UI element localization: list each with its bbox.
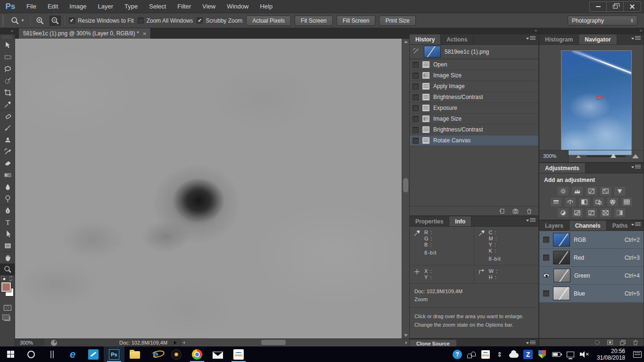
- menu-edit[interactable]: Edit: [42, 0, 64, 13]
- color-balance-icon[interactable]: [565, 197, 576, 206]
- restore-button[interactable]: [607, 2, 624, 11]
- document-canvas[interactable]: [15, 39, 402, 338]
- blue-app-taskbar-button[interactable]: [83, 346, 104, 362]
- navigator-zoom-slider[interactable]: [586, 156, 626, 157]
- navigator-thumbnail[interactable]: [561, 50, 632, 155]
- type-tool[interactable]: T: [0, 216, 15, 228]
- right-dock-collapse-icon[interactable]: »: [539, 28, 644, 34]
- menu-file[interactable]: File: [21, 0, 42, 13]
- foreground-color-swatch[interactable]: [1, 282, 11, 292]
- panel-menu-icon[interactable]: [526, 218, 536, 223]
- wind-taskbar-button[interactable]: WIND: [228, 346, 249, 362]
- healing-brush-tool[interactable]: [0, 110, 15, 122]
- hand-tool[interactable]: [0, 252, 15, 263]
- menu-help[interactable]: Help: [254, 0, 278, 13]
- brightness-contrast-icon[interactable]: [558, 187, 569, 196]
- tab-histogram[interactable]: Histogram: [539, 34, 579, 44]
- history-source-well[interactable]: [413, 127, 419, 133]
- visibility-well[interactable]: [543, 237, 549, 243]
- swap-colors-icon[interactable]: [8, 276, 14, 281]
- channel-row-blue[interactable]: Blue Ctrl+5: [539, 285, 644, 303]
- history-item-exposure[interactable]: Exposure: [410, 103, 538, 114]
- cortana-button[interactable]: [21, 346, 41, 362]
- usb-tray-icon[interactable]: ⇕: [493, 346, 506, 362]
- menu-image[interactable]: Image: [64, 0, 92, 13]
- battery-tray-icon[interactable]: [550, 346, 563, 362]
- menu-layer[interactable]: Layer: [92, 0, 119, 13]
- tab-channels[interactable]: Channels: [570, 221, 607, 230]
- tab-info[interactable]: Info: [449, 216, 471, 226]
- zonealarm-tray-icon[interactable]: Z: [521, 346, 535, 362]
- history-item-brightness-contrast[interactable]: Brightness/Contrast: [410, 92, 538, 103]
- horizontal-scrollbar[interactable]: [181, 339, 409, 346]
- screen-mode-button[interactable]: [0, 313, 15, 324]
- channel-row-rgb[interactable]: RGB Ctrl+2: [539, 231, 644, 249]
- network-tray-icon[interactable]: [564, 346, 577, 362]
- levels-icon[interactable]: [572, 187, 583, 196]
- history-snapshot-row[interactable]: 5819ee1c (1).png: [410, 45, 538, 59]
- lasso-tool[interactable]: [0, 63, 15, 75]
- history-source-well[interactable]: [413, 116, 419, 122]
- history-item-image-size[interactable]: Image Size: [410, 70, 538, 81]
- visibility-well[interactable]: [543, 255, 549, 261]
- new-document-from-state-icon[interactable]: [498, 208, 505, 214]
- menu-type[interactable]: Type: [119, 0, 143, 13]
- print-size-button[interactable]: Print Size: [379, 16, 415, 26]
- channel-row-green[interactable]: Green Ctrl+4: [539, 267, 644, 285]
- menu-view[interactable]: View: [197, 0, 221, 13]
- delete-channel-trash-icon[interactable]: [632, 339, 639, 346]
- panel-menu-icon[interactable]: [631, 165, 641, 170]
- posterize-icon[interactable]: [572, 208, 583, 217]
- navigator-view-box[interactable]: [596, 96, 603, 100]
- history-source-well[interactable]: [413, 83, 419, 90]
- tab-history[interactable]: History: [410, 34, 441, 44]
- photo-filter-icon[interactable]: [593, 197, 604, 206]
- status-menu-arrow[interactable]: [174, 341, 177, 345]
- task-view-button[interactable]: [41, 346, 62, 362]
- channel-row-red[interactable]: Red Ctrl+3: [539, 249, 644, 267]
- zoom-tool-active[interactable]: [0, 263, 15, 275]
- delete-state-trash-icon[interactable]: [526, 208, 533, 214]
- load-selection-icon[interactable]: [594, 339, 601, 346]
- threshold-icon[interactable]: [586, 208, 597, 217]
- curves-icon[interactable]: [586, 187, 597, 196]
- path-selection-tool[interactable]: [0, 228, 15, 240]
- tab-clone-source[interactable]: Clone Source: [410, 340, 456, 347]
- panel-menu-icon[interactable]: [631, 222, 641, 228]
- new-snapshot-camera-icon[interactable]: [512, 208, 519, 214]
- color-lookup-icon[interactable]: [621, 197, 632, 206]
- volume-tray-icon[interactable]: ✕: [578, 346, 591, 362]
- wind-tray-icon[interactable]: WIND: [479, 346, 492, 362]
- file-explorer-taskbar-button[interactable]: [124, 346, 145, 362]
- photoshop-taskbar-button[interactable]: Ps: [104, 346, 124, 362]
- eraser-tool[interactable]: [0, 157, 15, 169]
- panel-menu-icon[interactable]: [631, 36, 641, 41]
- onedrive-tray-icon[interactable]: [507, 346, 520, 362]
- panel-menu-icon[interactable]: [526, 341, 536, 346]
- edge-taskbar-button[interactable]: e: [62, 346, 83, 362]
- tab-properties[interactable]: Properties: [410, 216, 449, 226]
- crop-tool[interactable]: [0, 87, 15, 99]
- selective-color-icon[interactable]: [600, 208, 611, 217]
- menu-filter[interactable]: Filter: [172, 0, 197, 13]
- tab-paths[interactable]: Paths: [607, 221, 634, 230]
- workspace-selector[interactable]: Photography ⇕: [568, 16, 637, 25]
- scroll-left-arrow[interactable]: [183, 341, 185, 344]
- document-tab[interactable]: 5819ee1c (1).png @ 300% (Layer 0, RGB/8)…: [19, 28, 151, 39]
- zoom-out-mountain-icon[interactable]: [576, 155, 581, 158]
- action-center-button[interactable]: [631, 346, 644, 362]
- zoom-all-windows-checkbox[interactable]: Zoom All Windows: [138, 17, 193, 24]
- tab-adjustments[interactable]: Adjustments: [539, 163, 586, 173]
- history-item-rotate-canvas-selected[interactable]: Rotate Canvas: [410, 135, 538, 146]
- history-item-brightness-contrast-2[interactable]: Brightness/Contrast: [410, 124, 538, 135]
- navigator-zoom-field[interactable]: 300%: [539, 150, 569, 162]
- status-zoom-field[interactable]: 300%: [15, 339, 44, 346]
- black-white-icon[interactable]: [579, 197, 590, 206]
- minimize-button[interactable]: [590, 2, 607, 11]
- internet-explorer-taskbar-button[interactable]: e: [145, 346, 166, 362]
- media-app-taskbar-button[interactable]: [166, 346, 187, 362]
- fill-screen-button[interactable]: Fill Screen: [337, 16, 376, 26]
- vertical-scrollbar[interactable]: [402, 39, 409, 338]
- visibility-eye-icon[interactable]: [543, 273, 550, 278]
- defender-tray-icon[interactable]: [536, 346, 549, 362]
